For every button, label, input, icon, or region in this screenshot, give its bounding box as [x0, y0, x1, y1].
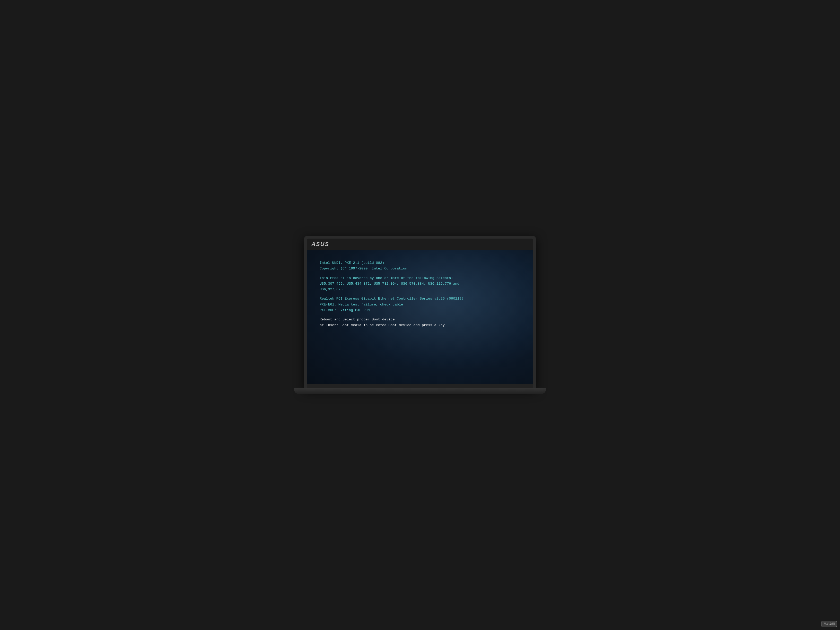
bios-line-9: PXE-E61: Media test failure, check cable — [320, 302, 520, 308]
screen-bottom-bar — [307, 384, 533, 388]
bios-line-5: US5,307,459, US5,434,872, US5,732,094, U… — [320, 281, 520, 287]
spacer-2 — [320, 292, 520, 296]
laptop-frame: ASUS Intel UNDI, PXE-2.1 (build 082) Cop… — [304, 236, 536, 388]
bios-line-13: or Insert Boot Media in selected Boot de… — [320, 322, 520, 328]
bios-screen: Intel UNDI, PXE-2.1 (build 082) Copyrigh… — [307, 250, 533, 384]
bios-line-12: Reboot and Select proper Boot device — [320, 317, 520, 322]
laptop-base — [294, 388, 546, 394]
bios-line-6: US6,327,625 — [320, 287, 520, 292]
spacer-3 — [320, 313, 520, 317]
bios-line-4: This Product is covered by one or more o… — [320, 275, 520, 281]
bios-output: Intel UNDI, PXE-2.1 (build 082) Copyrigh… — [320, 260, 520, 328]
bios-line-10: PXE-M0F: Exiting PXE ROM. — [320, 308, 520, 313]
bios-line-8: Realtek PCI Express Gigabit Ethernet Con… — [320, 296, 520, 302]
asus-header-bar: ASUS — [307, 238, 533, 250]
bios-line-1: Intel UNDI, PXE-2.1 (build 082) — [320, 260, 520, 266]
spacer-1 — [320, 272, 520, 275]
watermark-label: 百花桌面 — [821, 621, 837, 627]
asus-logo: ASUS — [311, 241, 329, 248]
bios-line-2: Copyright (C) 1997-2000 Intel Corporatio… — [320, 266, 520, 272]
